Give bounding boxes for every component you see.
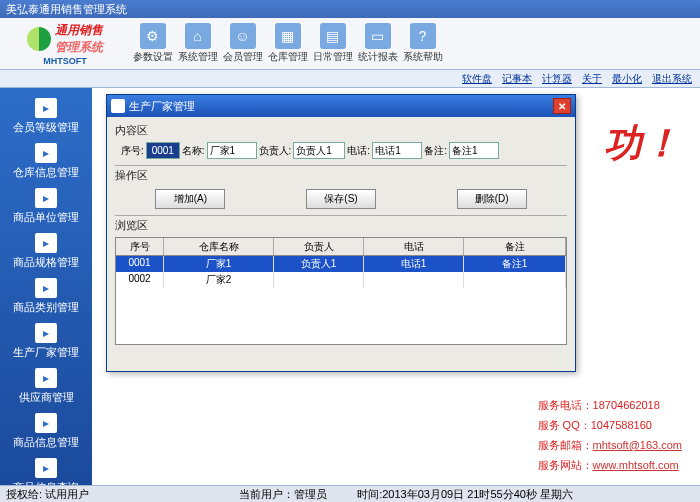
seq-input[interactable] [146, 142, 180, 159]
toolbar-1[interactable]: ⌂系统管理 [175, 20, 220, 68]
link-0[interactable]: 软件盘 [462, 72, 492, 86]
sidebar-icon: ▸ [35, 278, 57, 298]
sidebar-icon: ▸ [35, 413, 57, 433]
link-4[interactable]: 最小化 [612, 72, 642, 86]
sidebar: ▸会员等级管理▸仓库信息管理▸商品单位管理▸商品规格管理▸商品类别管理▸生产厂家… [0, 88, 92, 485]
toolbar-4[interactable]: ▤日常管理 [310, 20, 355, 68]
toolbar-icon: ☺ [230, 23, 256, 49]
toolbar-3[interactable]: ▦仓库管理 [265, 20, 310, 68]
sidebar-icon: ▸ [35, 323, 57, 343]
sidebar-item-5[interactable]: ▸生产厂家管理 [0, 319, 92, 364]
sidebar-item-6[interactable]: ▸供应商管理 [0, 364, 92, 409]
sidebar-item-7[interactable]: ▸商品信息管理 [0, 409, 92, 454]
background-text: 功！ [604, 118, 680, 169]
data-grid[interactable]: 序号 仓库名称 负责人 电话 备注 0001厂家1负责人1电话1备注10002厂… [115, 237, 567, 345]
status-bar: 授权给: 试用用户 当前用户：管理员 时间:2013年03月09日 21时55分… [0, 485, 700, 502]
add-button[interactable]: 增加(A) [155, 189, 225, 209]
section-ops-label: 操作区 [115, 168, 567, 183]
content-fields: 序号: 名称: 负责人: 电话: 备注: [115, 140, 567, 166]
sidebar-icon: ▸ [35, 368, 57, 388]
table-row[interactable]: 0001厂家1负责人1电话1备注1 [116, 256, 566, 272]
toolbar-icon: ▭ [365, 23, 391, 49]
toolbar-2[interactable]: ☺会员管理 [220, 20, 265, 68]
tel-input[interactable] [372, 142, 422, 159]
sidebar-item-4[interactable]: ▸商品类别管理 [0, 274, 92, 319]
window-titlebar: 美弘泰通用销售管理系统 [0, 0, 700, 18]
dialog-titlebar[interactable]: 生产厂家管理 ✕ [107, 95, 575, 117]
logo: 通用销售 管理系统 MHTSOFT [0, 18, 130, 69]
save-button[interactable]: 保存(S) [306, 189, 376, 209]
contact-info: 服务电话：18704662018 服务 QQ：1047588160 服务邮箱：m… [538, 395, 682, 475]
sidebar-icon: ▸ [35, 98, 57, 118]
link-5[interactable]: 退出系统 [652, 72, 692, 86]
table-row[interactable]: 0002厂家2 [116, 272, 566, 288]
sidebar-item-3[interactable]: ▸商品规格管理 [0, 229, 92, 274]
toolbar-icon: ? [410, 23, 436, 49]
sidebar-item-1[interactable]: ▸仓库信息管理 [0, 139, 92, 184]
section-content-label: 内容区 [115, 123, 567, 138]
toolbar-0[interactable]: ⚙参数设置 [130, 20, 175, 68]
logo-icon [27, 27, 51, 51]
dialog-title: 生产厂家管理 [129, 99, 195, 114]
sidebar-item-2[interactable]: ▸商品单位管理 [0, 184, 92, 229]
website-link[interactable]: www.mhtsoft.com [593, 459, 679, 471]
sidebar-icon: ▸ [35, 143, 57, 163]
toolbar-icon: ▤ [320, 23, 346, 49]
name-input[interactable] [207, 142, 257, 159]
link-2[interactable]: 计算器 [542, 72, 572, 86]
sidebar-item-0[interactable]: ▸会员等级管理 [0, 94, 92, 139]
note-input[interactable] [449, 142, 499, 159]
toolbar-6[interactable]: ?系统帮助 [400, 20, 445, 68]
sidebar-icon: ▸ [35, 188, 57, 208]
email-link[interactable]: mhtsoft@163.com [593, 439, 682, 451]
section-browse-label: 浏览区 [115, 218, 567, 233]
link-1[interactable]: 记事本 [502, 72, 532, 86]
delete-button[interactable]: 删除(D) [457, 189, 527, 209]
manufacturer-dialog: 生产厂家管理 ✕ 内容区 序号: 名称: 负责人: 电话: 备注: 操作区 增加… [106, 94, 576, 372]
sidebar-icon: ▸ [35, 458, 57, 478]
toolbar-5[interactable]: ▭统计报表 [355, 20, 400, 68]
window-title: 美弘泰通用销售管理系统 [6, 3, 127, 15]
sidebar-icon: ▸ [35, 233, 57, 253]
person-input[interactable] [293, 142, 345, 159]
close-icon[interactable]: ✕ [553, 98, 571, 114]
link-bar: 软件盘记事本计算器关于最小化退出系统 [0, 70, 700, 88]
dialog-icon [111, 99, 125, 113]
toolbar-icon: ⌂ [185, 23, 211, 49]
link-3[interactable]: 关于 [582, 72, 602, 86]
toolbar-icon: ⚙ [140, 23, 166, 49]
toolbar: 通用销售 管理系统 MHTSOFT ⚙参数设置⌂系统管理☺会员管理▦仓库管理▤日… [0, 18, 700, 70]
toolbar-icon: ▦ [275, 23, 301, 49]
grid-header: 序号 仓库名称 负责人 电话 备注 [116, 238, 566, 256]
